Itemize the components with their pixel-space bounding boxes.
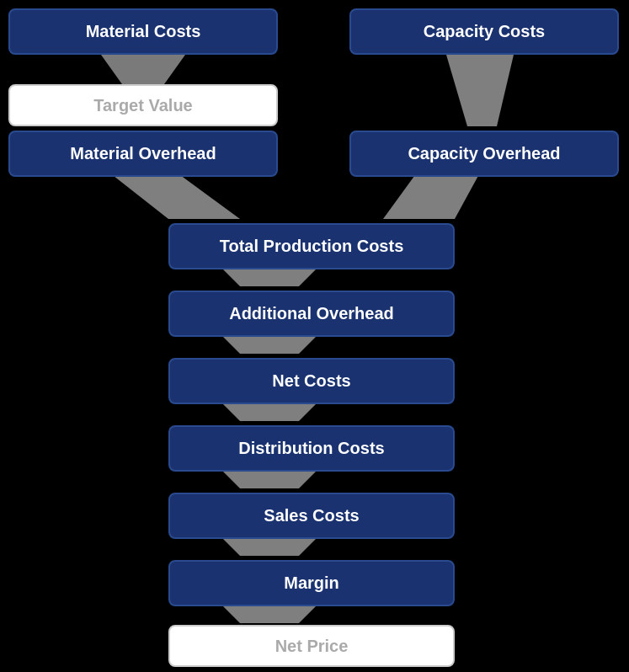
capacity-overhead-box[interactable]: Capacity Overhead [349, 131, 619, 177]
material-overhead-box[interactable]: Material Overhead [8, 131, 278, 177]
capacity-costs-box[interactable]: Capacity Costs [349, 8, 619, 55]
additional-overhead-box[interactable]: Additional Overhead [168, 291, 455, 337]
material-costs-box[interactable]: Material Costs [8, 8, 278, 55]
target-value-box[interactable]: Target Value [8, 84, 278, 126]
distribution-costs-box[interactable]: Distribution Costs [168, 425, 455, 472]
total-production-costs-box[interactable]: Total Production Costs [168, 223, 455, 269]
sales-costs-box[interactable]: Sales Costs [168, 493, 455, 539]
svg-marker-3 [383, 173, 480, 219]
net-price-box[interactable]: Net Price [168, 625, 455, 667]
svg-marker-0 [101, 55, 185, 84]
svg-marker-10 [446, 55, 514, 126]
net-costs-box[interactable]: Net Costs [168, 358, 455, 404]
diagram: Material Costs Capacity Costs Target Val… [0, 0, 629, 672]
svg-marker-2 [109, 173, 240, 219]
margin-box[interactable]: Margin [168, 560, 455, 606]
